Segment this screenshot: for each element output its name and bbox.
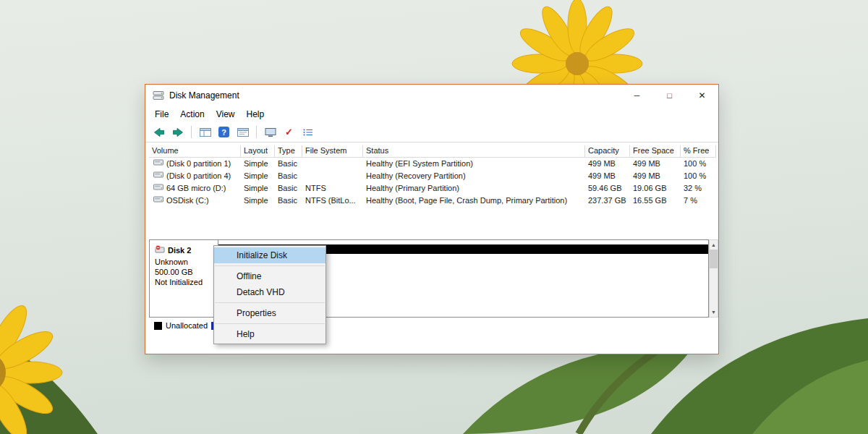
unallocated-swatch	[154, 322, 162, 330]
cell-freespace: 16.55 GB	[630, 195, 681, 207]
back-arrow-icon[interactable]	[150, 124, 167, 140]
desktop: Disk Management ─ □ ✕ File Action View H…	[0, 0, 868, 434]
help-icon[interactable]: ?	[216, 124, 232, 140]
cell-type: Basic	[275, 182, 302, 195]
cell-pctfree: 7 %	[681, 195, 716, 207]
forward-arrow-icon[interactable]	[169, 124, 186, 140]
volume-name: OSDisk (C:)	[166, 195, 209, 207]
menu-separator	[215, 323, 325, 324]
cell-layout: Simple	[241, 182, 275, 195]
cell-status: Healthy (EFI System Partition)	[363, 158, 585, 170]
menu-separator	[215, 265, 325, 266]
volume-row[interactable]: 64 GB micro (D:) Simple Basic NTFS Healt…	[149, 182, 716, 195]
context-menu-item-detach-vhd[interactable]: Detach VHD	[214, 284, 326, 300]
cell-pctfree: 100 %	[681, 170, 716, 182]
scroll-down-icon[interactable]: ▼	[710, 307, 718, 317]
properties-window-icon[interactable]	[234, 124, 251, 140]
disk2-info-panel[interactable]: Disk 2 Unknown 500.00 GB Not Initialized	[150, 240, 218, 317]
disk2-size: 500.00 GB	[155, 268, 213, 276]
context-menu-item-initialize-disk[interactable]: Initialize Disk	[214, 247, 326, 263]
console-tree-icon[interactable]	[197, 124, 213, 140]
toolbar-separator	[191, 126, 192, 138]
column-header-layout[interactable]: Layout	[241, 145, 275, 158]
column-header-filesystem[interactable]: File System	[302, 145, 363, 158]
menu-separator	[215, 302, 325, 303]
volume-icon	[153, 195, 163, 207]
volume-row[interactable]: OSDisk (C:) Simple Basic NTFS (BitLo... …	[149, 195, 716, 207]
disk2-name: Disk 2	[168, 246, 191, 255]
cell-type: Basic	[275, 170, 302, 182]
cell-freespace: 19.06 GB	[630, 182, 681, 195]
check-glyph: ✓	[285, 127, 293, 137]
cell-status: Healthy (Primary Partition)	[363, 182, 585, 195]
menu-help[interactable]: Help	[241, 109, 271, 119]
cell-layout: Simple	[241, 170, 275, 182]
column-header-type[interactable]: Type	[275, 145, 302, 158]
details-list-icon[interactable]	[299, 124, 316, 140]
cell-capacity: 237.37 GB	[585, 195, 630, 207]
title-bar[interactable]: Disk Management ─ □ ✕	[145, 85, 718, 106]
disk-context-menu: Initialize Disk Offline Detach VHD Prope…	[213, 245, 326, 344]
toolbar: ? ✓	[145, 122, 718, 142]
cell-freespace: 499 MB	[630, 158, 681, 170]
column-header-pctfree[interactable]: % Free	[681, 145, 716, 158]
cell-capacity: 499 MB	[585, 158, 630, 170]
volume-name: 64 GB micro (D:)	[166, 182, 226, 195]
window-title: Disk Management	[169, 90, 239, 101]
column-header-status[interactable]: Status	[363, 145, 585, 158]
menu-bar: File Action View Help	[145, 106, 718, 122]
volume-name: (Disk 0 partition 1)	[166, 158, 231, 170]
volumes-list-header: Volume Layout Type File System Status Ca…	[149, 145, 716, 158]
scroll-up-icon[interactable]: ▲	[710, 240, 718, 250]
context-menu-item-offline[interactable]: Offline	[214, 268, 326, 284]
cell-pctfree: 32 %	[681, 182, 716, 195]
cell-layout: Simple	[241, 195, 275, 207]
menu-action[interactable]: Action	[174, 109, 210, 119]
cell-status: Healthy (Recovery Partition)	[363, 170, 585, 182]
context-menu-item-properties[interactable]: Properties	[214, 305, 326, 321]
monitor-icon[interactable]	[262, 124, 278, 140]
cell-capacity: 59.46 GB	[585, 182, 630, 195]
close-button[interactable]: ✕	[686, 85, 718, 106]
cell-capacity: 499 MB	[585, 170, 630, 182]
volume-icon	[153, 182, 163, 195]
context-menu-item-help[interactable]: Help	[214, 326, 326, 342]
column-header-freespace[interactable]: Free Space	[630, 145, 681, 158]
volumes-list-pane: Volume Layout Type File System Status Ca…	[149, 145, 716, 231]
volume-icon	[153, 158, 163, 170]
disk2-status: Not Initialized	[155, 278, 213, 286]
menu-view[interactable]: View	[210, 109, 241, 119]
unallocated-label: Unallocated	[166, 321, 208, 330]
menu-file[interactable]: File	[149, 109, 174, 119]
minimize-button[interactable]: ─	[621, 85, 653, 106]
cell-filesystem: NTFS	[302, 182, 363, 195]
vertical-scrollbar[interactable]: ▲ ▼	[709, 239, 718, 318]
scrollbar-thumb[interactable]	[710, 250, 718, 268]
column-header-volume[interactable]: Volume	[149, 145, 241, 158]
disk2-type: Unknown	[155, 258, 213, 266]
volume-row[interactable]: (Disk 0 partition 4) Simple Basic Health…	[149, 170, 716, 182]
cell-pctfree: 100 %	[681, 158, 716, 170]
cell-freespace: 499 MB	[630, 170, 681, 182]
maximize-button[interactable]: □	[653, 85, 686, 106]
volume-name: (Disk 0 partition 4)	[166, 170, 231, 182]
toolbar-separator	[256, 126, 257, 138]
column-header-capacity[interactable]: Capacity	[585, 145, 630, 158]
volume-row[interactable]: (Disk 0 partition 1) Simple Basic Health…	[149, 158, 716, 170]
cell-type: Basic	[275, 195, 302, 207]
cell-status: Healthy (Boot, Page File, Crash Dump, Pr…	[363, 195, 585, 207]
cell-layout: Simple	[241, 158, 275, 170]
disk-management-app-icon	[153, 90, 164, 101]
help-glyph: ?	[218, 127, 229, 137]
volume-icon	[153, 170, 163, 182]
action-check-icon[interactable]: ✓	[281, 124, 297, 140]
cell-type: Basic	[275, 158, 302, 170]
scrollbar-track[interactable]	[710, 268, 718, 307]
disk2-icon	[155, 244, 165, 255]
cell-filesystem: NTFS (BitLo...	[302, 195, 363, 207]
